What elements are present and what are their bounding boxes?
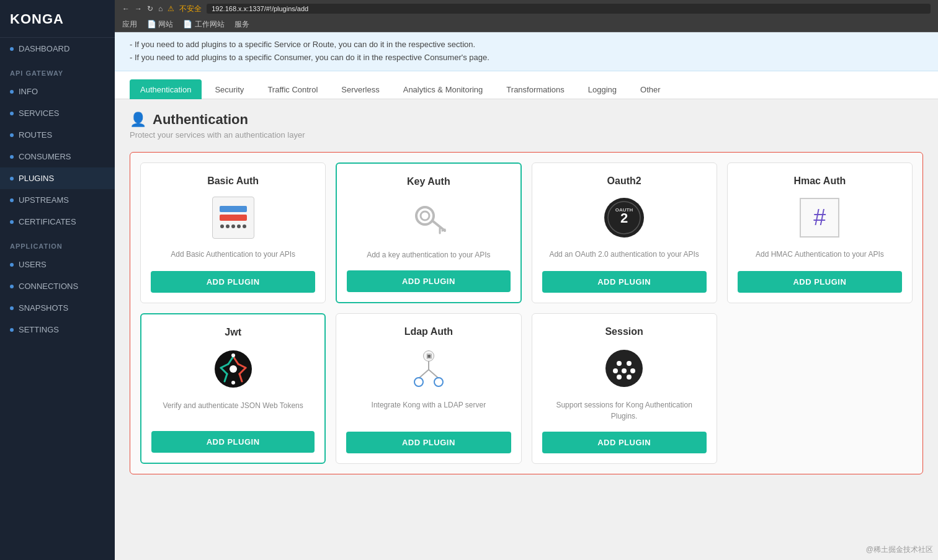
url-bar[interactable]: 192.168.x.x:1337/#!/plugins/add <box>207 4 931 14</box>
svg-point-35 <box>617 375 622 380</box>
svg-point-1 <box>421 211 429 220</box>
session-desc: Support sessions for Kong Authentication… <box>542 399 707 422</box>
person-icon: 👤 <box>130 112 146 128</box>
ldap-auth-add-button[interactable]: ADD PLUGIN <box>346 432 511 453</box>
cards-row2: Jwt <box>140 313 913 464</box>
sidebar-item-upstreams[interactable]: UPSTREAMS <box>0 189 115 211</box>
hmac-auth-icon: # <box>797 195 842 240</box>
sidebar-item-certificates[interactable]: CERTIFICATES <box>0 211 115 233</box>
main-area: ← → ↻ ⌂ ⚠ 不安全 192.168.x.x:1337/#!/plugin… <box>115 0 938 560</box>
jwt-title: Jwt <box>225 327 241 338</box>
sidebar-section-application: APPLICATION <box>0 233 115 254</box>
sidebar: KONGA DASHBOARD API GATEWAY INFO SERVICE… <box>0 0 115 560</box>
basic-auth-desc: Add Basic Authentication to your APIs <box>171 249 295 261</box>
svg-line-4 <box>442 229 445 231</box>
browser-bar: ← → ↻ ⌂ ⚠ 不安全 192.168.x.x:1337/#!/plugin… <box>115 0 938 17</box>
bookmark-site[interactable]: 📄 网站 <box>147 19 173 30</box>
section-title: 👤 Authentication <box>130 112 923 128</box>
sidebar-item-info[interactable]: INFO <box>0 81 115 102</box>
svg-point-26 <box>434 378 443 386</box>
plugin-card-oauth2: Oauth2 2 OAUTH Add an OA <box>532 162 717 303</box>
plugin-card-key-auth: Key Auth Add a key authentication to you… <box>336 162 521 303</box>
tab-transformations[interactable]: Transformations <box>496 79 574 99</box>
jwt-desc: Verify and authenticate JSON Web Tokens <box>163 400 303 421</box>
plugin-card-session: Session <box>532 313 717 464</box>
hmac-auth-desc: Add HMAC Authentication to your APIs <box>756 249 884 261</box>
insecure-label: 不安全 <box>179 4 202 14</box>
svg-point-20 <box>231 381 235 384</box>
sidebar-item-routes[interactable]: ROUTES <box>0 124 115 146</box>
bookmark-work[interactable]: 📄 工作网站 <box>183 19 224 30</box>
svg-point-36 <box>627 375 632 380</box>
info-banner: - If you need to add plugins to a specif… <box>115 32 938 71</box>
basic-auth-title: Basic Auth <box>207 176 259 187</box>
plugin-section: 👤 Authentication Protect your services w… <box>115 99 938 487</box>
tab-security[interactable]: Security <box>204 79 254 99</box>
sidebar-item-consumers[interactable]: CONSUMERS <box>0 146 115 167</box>
basic-auth-icon <box>211 195 256 240</box>
oauth2-add-button[interactable]: ADD PLUGIN <box>542 271 707 293</box>
basic-auth-add-button[interactable]: ADD PLUGIN <box>151 271 315 293</box>
jwt-icon <box>211 347 256 391</box>
svg-point-19 <box>231 353 235 357</box>
oauth2-title: Oauth2 <box>607 176 641 187</box>
ldap-auth-desc: Integrate Kong with a LDAP server <box>372 399 486 422</box>
watermark: @稀土掘金技术社区 <box>866 544 933 555</box>
sidebar-section-gateway: API GATEWAY <box>0 60 115 81</box>
tab-analytics[interactable]: Analytics & Monitoring <box>393 79 494 99</box>
nav-forward-icon[interactable]: → <box>135 4 142 13</box>
plugin-card-hmac-auth: Hmac Auth # Add HMAC Authentication to y… <box>727 162 913 303</box>
svg-point-34 <box>630 368 635 373</box>
svg-text:OAUTH: OAUTH <box>615 207 633 213</box>
tab-serverless[interactable]: Serverless <box>331 79 390 99</box>
sidebar-item-services[interactable]: SERVICES <box>0 102 115 124</box>
session-add-button[interactable]: ADD PLUGIN <box>542 432 707 453</box>
tabs-bar: Authentication Security Traffic Control … <box>115 71 938 99</box>
sidebar-item-plugins[interactable]: PLUGINS <box>0 167 115 189</box>
svg-point-33 <box>622 368 627 373</box>
cards-row1: Basic Auth <box>140 162 913 303</box>
sidebar-item-users[interactable]: USERS <box>0 254 115 275</box>
svg-point-32 <box>613 368 618 373</box>
ldap-auth-title: Ldap Auth <box>404 326 453 337</box>
tab-traffic-control[interactable]: Traffic Control <box>257 79 328 99</box>
sidebar-item-connections[interactable]: CONNECTIONS <box>0 275 115 297</box>
tab-other[interactable]: Other <box>630 79 671 99</box>
ldap-auth-icon: ▣ <box>406 346 451 391</box>
warning-icon: ⚠ <box>168 4 174 13</box>
plugin-card-basic-auth: Basic Auth <box>140 162 326 303</box>
jwt-add-button[interactable]: ADD PLUGIN <box>151 431 315 453</box>
key-auth-add-button[interactable]: ADD PLUGIN <box>347 270 510 292</box>
svg-line-23 <box>419 370 429 378</box>
svg-text:▣: ▣ <box>426 352 431 359</box>
key-auth-desc: Add a key authentication to your APIs <box>367 249 490 260</box>
key-auth-title: Key Auth <box>407 176 450 187</box>
bookmark-services[interactable]: 服务 <box>234 19 249 30</box>
svg-point-18 <box>230 365 237 373</box>
session-title: Session <box>605 326 643 337</box>
oauth2-icon: 2 OAUTH <box>602 195 646 240</box>
sidebar-item-settings[interactable]: SETTINGS <box>0 319 115 340</box>
tab-authentication[interactable]: Authentication <box>130 79 202 99</box>
svg-point-31 <box>627 361 632 366</box>
sidebar-item-dashboard[interactable]: DASHBOARD <box>0 38 115 60</box>
svg-point-30 <box>617 361 622 366</box>
key-auth-icon <box>406 196 451 241</box>
cards-container: Basic Auth <box>130 152 923 474</box>
nav-back-icon[interactable]: ← <box>122 4 130 13</box>
svg-line-24 <box>429 370 439 378</box>
home-icon[interactable]: ⌂ <box>158 4 163 13</box>
sidebar-item-snapshots[interactable]: SNAPSHOTS <box>0 297 115 319</box>
session-icon <box>602 346 646 391</box>
svg-point-25 <box>414 378 423 386</box>
oauth2-desc: Add an OAuth 2.0 authentication to your … <box>549 249 699 261</box>
logo: KONGA <box>0 0 115 38</box>
hmac-auth-add-button[interactable]: ADD PLUGIN <box>738 271 902 293</box>
svg-line-2 <box>432 221 445 231</box>
reload-icon[interactable]: ↻ <box>147 4 153 13</box>
bookmark-apps[interactable]: 应用 <box>122 19 137 30</box>
hmac-auth-title: Hmac Auth <box>793 176 846 187</box>
tab-logging[interactable]: Logging <box>578 79 627 99</box>
section-subtitle: Protect your services with an authentica… <box>130 130 923 140</box>
bookmarks-bar: 应用 📄 网站 📄 工作网站 服务 <box>115 17 938 32</box>
